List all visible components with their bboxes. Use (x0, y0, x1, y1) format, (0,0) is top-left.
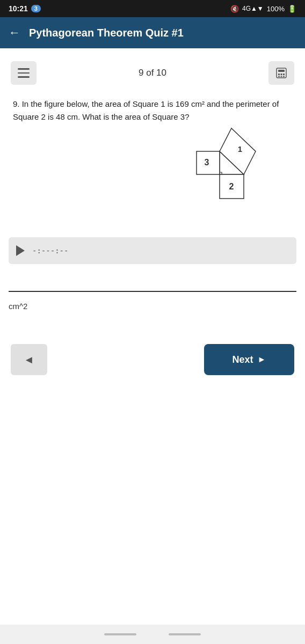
svg-rect-2 (278, 74, 280, 75)
status-right: 🔇 4G▲▼ 100% 🔋 (230, 5, 296, 13)
answer-input[interactable] (9, 273, 296, 292)
main-content: 9 of 10 9. In the figure below, the area… (0, 48, 305, 625)
square2-label: 2 (229, 182, 234, 191)
square3-label: 3 (205, 158, 209, 167)
signal-icon: 4G▲▼ (242, 5, 264, 12)
menu-line-2 (18, 72, 30, 74)
menu-button[interactable] (11, 61, 37, 85)
page-title: Pythagorean Theorem Quiz #1 (29, 27, 184, 39)
menu-line-3 (18, 76, 30, 78)
prev-arrow-icon: ◄ (24, 354, 34, 366)
menu-line-1 (18, 68, 30, 70)
square1-label: 1 (238, 144, 242, 153)
mute-icon: 🔇 (230, 5, 239, 13)
figure-container: 3 1 2 (13, 113, 281, 220)
play-button[interactable] (16, 245, 25, 256)
unit-label: cm^2 (0, 298, 305, 314)
time-display: 10:21 (9, 4, 28, 13)
next-button[interactable]: Next ► (204, 344, 294, 375)
back-button[interactable]: ← (9, 26, 20, 40)
audio-player[interactable]: -:---:-- (9, 237, 296, 264)
bottom-navigation-bar (0, 625, 305, 644)
question-counter: 9 of 10 (139, 68, 166, 78)
svg-rect-5 (278, 76, 280, 77)
app-header: ← Pythagorean Theorem Quiz #1 (0, 17, 305, 48)
previous-button[interactable]: ◄ (11, 344, 47, 375)
pythagorean-diagram: 3 1 2 (174, 113, 281, 220)
notification-badge: 3 (31, 5, 41, 12)
svg-rect-6 (281, 76, 282, 77)
status-bar: 10:21 3 🔇 4G▲▼ 100% 🔋 (0, 0, 305, 17)
quiz-controls-row: 9 of 10 (0, 53, 305, 93)
question-number: 9. (13, 99, 22, 108)
battery-icon: 🔋 (288, 5, 296, 13)
calculator-icon (275, 67, 288, 79)
audio-time-display: -:---:-- (32, 246, 68, 255)
battery-text: 100% (267, 5, 285, 13)
calculator-button[interactable] (268, 61, 294, 85)
bottom-indicator-right (169, 633, 201, 635)
question-area: 9. In the figure below, the area of Squa… (0, 93, 305, 237)
svg-rect-7 (283, 76, 285, 77)
next-arrow-icon: ► (258, 355, 266, 364)
answer-section (0, 264, 305, 296)
svg-rect-1 (278, 70, 285, 72)
bottom-indicator-left (104, 633, 136, 635)
navigation-buttons: ◄ Next ► (0, 335, 305, 384)
next-label: Next (233, 354, 253, 365)
svg-rect-3 (281, 74, 282, 75)
status-left: 10:21 3 (9, 4, 41, 13)
svg-rect-4 (283, 74, 285, 75)
